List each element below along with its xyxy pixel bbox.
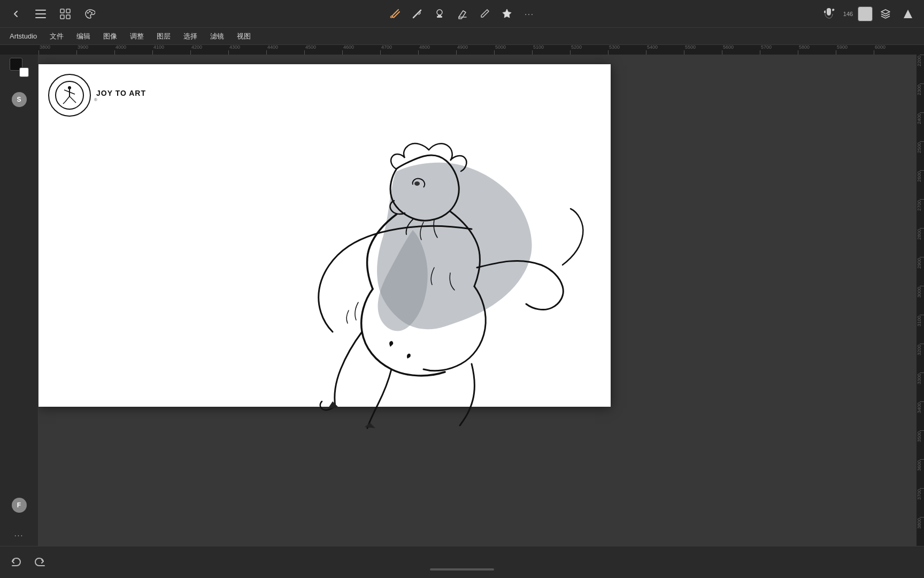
svg-point-10 xyxy=(437,10,442,15)
grid-button[interactable] xyxy=(56,4,75,24)
redo-button[interactable] xyxy=(30,553,49,572)
ruler-top-tick: 4400 xyxy=(266,45,304,55)
canvas-area[interactable]: JOY TO ART ® xyxy=(38,55,917,546)
ruler-top-tick: 3800 xyxy=(38,45,76,55)
right-toolbar: 146 xyxy=(819,4,918,24)
adjust-button[interactable] xyxy=(898,4,918,24)
svg-point-23 xyxy=(414,181,420,186)
menu-file[interactable]: 文件 xyxy=(44,29,69,43)
menu-artstudio[interactable]: Artstudio xyxy=(4,30,42,42)
color-chips[interactable] xyxy=(10,58,29,77)
ruler-top-tick: 5000 xyxy=(494,45,532,55)
stamp-tool-button[interactable] xyxy=(430,4,449,24)
left-sidebar: S F ··· xyxy=(0,55,38,546)
ruler-right-tick: 2400 xyxy=(917,112,924,141)
favorite-button[interactable] xyxy=(497,4,517,24)
reference-button[interactable] xyxy=(819,4,838,24)
ruler-right-tick: 3000 xyxy=(917,286,924,315)
bottom-left-tools xyxy=(6,553,49,572)
menu-layer[interactable]: 图层 xyxy=(151,29,176,43)
menu-view[interactable]: 视图 xyxy=(232,29,256,43)
counter-badge: 146 xyxy=(842,11,854,17)
ruler-top-tick: 4200 xyxy=(190,45,228,55)
ruler-top-tick: 4300 xyxy=(228,45,266,55)
fill-badge[interactable]: F xyxy=(12,498,27,513)
svg-rect-4 xyxy=(66,9,70,13)
ruler-top-tick: 5300 xyxy=(608,45,646,55)
ruler-right-tick: 2600 xyxy=(917,170,924,199)
ruler-top: 3800390040004100420043004400450046004700… xyxy=(38,45,917,55)
menu-adjust[interactable]: 调整 xyxy=(125,29,149,43)
canvas-document: JOY TO ART ® xyxy=(38,64,611,407)
menu-filter[interactable]: 滤镜 xyxy=(205,29,229,43)
logo-circle xyxy=(48,74,91,117)
ruler-right-tick: 3700 xyxy=(917,488,924,517)
ruler-right-tick: 3400 xyxy=(917,401,924,430)
pencil-tool-button[interactable] xyxy=(475,4,494,24)
ruler-right-tick: 3600 xyxy=(917,459,924,488)
svg-line-20 xyxy=(70,96,74,101)
center-toolbar: ··· xyxy=(385,4,539,24)
svg-rect-11 xyxy=(437,16,442,18)
ruler-right-tick: 3200 xyxy=(917,344,924,372)
ruler-right-tick: 2700 xyxy=(917,199,924,228)
ruler-top-tick: 5800 xyxy=(798,45,836,55)
ruler-right-tick: 3100 xyxy=(917,315,924,344)
sidebar-more-button[interactable]: ··· xyxy=(7,528,31,543)
svg-rect-3 xyxy=(60,9,64,13)
palette-button[interactable] xyxy=(80,4,99,24)
top-bar: ··· 146 xyxy=(0,0,924,28)
ruler-top-tick: 4500 xyxy=(304,45,342,55)
artwork xyxy=(226,96,600,439)
svg-rect-1 xyxy=(35,13,46,14)
ruler-top-tick: 5900 xyxy=(836,45,874,55)
ruler-top-tick: 5600 xyxy=(722,45,760,55)
ruler-right-tick: 2200 xyxy=(917,55,924,83)
ruler-right-tick: 2500 xyxy=(917,141,924,170)
svg-line-18 xyxy=(70,92,75,94)
svg-line-19 xyxy=(65,96,70,102)
menu-select[interactable]: 选择 xyxy=(178,29,203,43)
ruler-top-tick: 4000 xyxy=(114,45,152,55)
menu-edit[interactable]: 编辑 xyxy=(71,29,96,43)
color-swatch[interactable] xyxy=(858,6,873,21)
brush-tool-button[interactable] xyxy=(385,4,404,24)
svg-rect-5 xyxy=(60,15,64,19)
ruler-right-tick: 2800 xyxy=(917,228,924,257)
ruler-top-tick: 4900 xyxy=(456,45,494,55)
svg-point-9 xyxy=(91,12,93,13)
svg-rect-0 xyxy=(35,10,46,11)
ruler-top-tick: 4600 xyxy=(342,45,380,55)
ruler-top-tick: 5400 xyxy=(646,45,684,55)
undo-button[interactable] xyxy=(6,553,26,572)
logo-text: JOY TO ART xyxy=(96,89,146,97)
eraser-tool-button[interactable] xyxy=(452,4,472,24)
menu-image[interactable]: 图像 xyxy=(98,29,122,43)
ruler-right-tick: 3300 xyxy=(917,372,924,401)
layers-button[interactable] xyxy=(876,4,895,24)
svg-line-22 xyxy=(74,101,76,103)
more-tools-button[interactable]: ··· xyxy=(520,4,539,24)
svg-rect-12 xyxy=(438,15,441,16)
back-button[interactable] xyxy=(6,4,26,24)
ruler-top-tick: 3900 xyxy=(76,45,114,55)
ruler-right-tick: 2900 xyxy=(917,257,924,286)
svg-point-15 xyxy=(68,86,71,89)
ruler-right-tick: 3500 xyxy=(917,430,924,459)
ruler-top-tick: 4700 xyxy=(380,45,418,55)
ruler-top-tick: 4100 xyxy=(152,45,190,55)
svg-rect-2 xyxy=(35,17,46,18)
logo-area: JOY TO ART ® xyxy=(48,74,146,117)
svg-line-21 xyxy=(63,102,65,104)
smudge-tool-button[interactable] xyxy=(407,4,427,24)
ruler-top-tick: 5200 xyxy=(570,45,608,55)
hamburger-button[interactable] xyxy=(31,4,50,24)
stroke-badge[interactable]: S xyxy=(12,92,27,107)
ruler-top-tick: 5100 xyxy=(532,45,570,55)
svg-rect-6 xyxy=(66,15,70,19)
ruler-top-tick: 6000 xyxy=(874,45,912,55)
scroll-indicator[interactable] xyxy=(430,568,494,571)
ruler-right-tick: 3800 xyxy=(917,517,924,546)
ruler-top-tick: 5700 xyxy=(760,45,798,55)
menu-bar: Artstudio 文件 编辑 图像 调整 图层 选择 滤镜 视图 xyxy=(0,28,924,45)
